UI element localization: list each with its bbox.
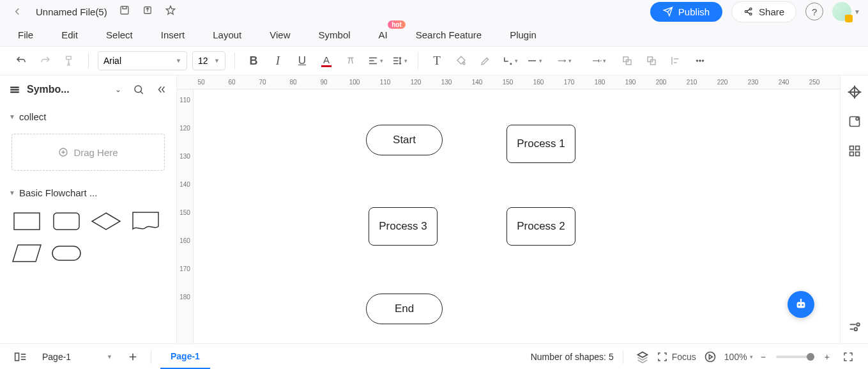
page-selector[interactable]: Page-1▼ [42,352,112,362]
more-button[interactable] [690,51,710,70]
theme-button[interactable] [847,84,862,100]
font-color-button[interactable]: A [317,51,336,70]
svg-rect-12 [10,87,19,88]
layers-button[interactable] [636,350,649,363]
clear-format-button[interactable] [341,51,360,70]
undo-button[interactable] [11,51,31,70]
format-painter-button[interactable] [60,51,79,70]
font-size-selector[interactable]: 12▼ [192,51,225,70]
svg-point-25 [856,118,858,120]
arrow-style-button[interactable]: ▾ [549,51,579,70]
shape-p3[interactable]: Process 3 [369,207,438,246]
properties-button[interactable] [847,114,862,129]
search-icon[interactable] [133,84,144,95]
avatar-caret-icon[interactable]: ▼ [854,8,860,15]
shape-rect[interactable] [11,210,42,233]
svg-point-33 [705,352,715,361]
shape-diamond[interactable] [91,210,121,233]
back-button[interactable] [8,2,27,21]
focus-button[interactable]: Focus [657,351,696,363]
help-button[interactable]: ? [805,3,823,20]
shape-document[interactable] [130,210,161,233]
settings-toggle-button[interactable] [847,319,862,334]
grid-button[interactable] [847,143,862,159]
zoom-value[interactable]: 100%▾ [724,352,753,362]
zoom-out-button[interactable]: − [761,352,766,362]
share-button[interactable]: Share [731,1,796,22]
shape-terminator[interactable] [51,242,82,265]
shapes-count: Number of shapes: 5 [531,352,614,362]
line-color-button[interactable] [476,51,495,70]
star-icon[interactable] [165,4,176,19]
svg-point-11 [702,60,704,62]
align-objects-button[interactable] [666,51,685,70]
accordion-collect[interactable]: ▼collect [9,106,167,127]
panel-expand-icon[interactable]: ⌄ [115,85,121,94]
bold-button[interactable]: B [244,51,263,70]
svg-point-30 [857,323,860,326]
shape-end[interactable]: End [366,294,443,324]
drag-here-zone[interactable]: Drag Here [11,134,165,171]
text-tool-button[interactable]: T [427,51,446,70]
canvas[interactable]: StartProcess 1Process 3Process 2End [194,90,840,343]
menu-edit[interactable]: Edit [61,29,78,40]
publish-button[interactable]: Publish [650,2,722,22]
robot-icon [794,297,808,311]
shape-p1[interactable]: Process 1 [506,125,575,163]
underline-button[interactable]: U [293,51,312,70]
svg-point-9 [696,60,698,62]
svg-point-21 [798,304,800,306]
shape-parallelogram[interactable] [11,242,42,265]
menu-file[interactable]: File [18,29,33,40]
tab-page-1[interactable]: Page-1 [160,344,210,369]
horizontal-ruler: 5060708090100110120130140150160170180190… [177,75,840,90]
font-selector[interactable]: Arial▼ [98,51,187,70]
export-icon[interactable] [142,4,153,19]
hot-badge: hot [388,20,406,29]
bring-front-button[interactable] [618,51,637,70]
avatar[interactable] [832,2,851,21]
send-back-button[interactable] [642,51,661,70]
shape-start[interactable]: Start [366,125,443,155]
filename[interactable]: Unnamed File(5) [36,6,107,17]
menu-ai[interactable]: AIhot [379,29,388,40]
collapse-panel-icon[interactable] [156,84,167,95]
presentation-button[interactable] [704,350,717,363]
svg-rect-14 [10,91,19,93]
zoom-in-button[interactable]: + [825,352,830,362]
svg-rect-29 [855,152,859,156]
menu-insert[interactable]: Insert [161,29,185,40]
svg-point-23 [800,299,802,301]
menu-view[interactable]: View [270,29,290,40]
italic-button[interactable]: I [268,51,287,70]
svg-rect-20 [797,302,805,308]
accordion-basic-flowchart[interactable]: ▼Basic Flowchart ... [9,182,167,203]
add-page-button[interactable] [128,352,138,362]
connector-button[interactable]: ▾ [500,51,519,70]
chat-assistant-button[interactable] [788,291,814,318]
svg-rect-27 [855,146,859,150]
zoom-slider[interactable] [776,356,814,358]
shape-rounded-rect[interactable] [51,210,82,233]
line-end-button[interactable]: ▾ [584,51,613,70]
shape-p2[interactable]: Process 2 [506,207,575,246]
svg-rect-32 [15,353,19,361]
line-style-button[interactable]: ▾ [524,51,544,70]
svg-rect-26 [849,146,853,150]
share-icon [743,6,754,17]
svg-rect-13 [10,89,19,90]
align-button[interactable]: ▾ [365,51,385,70]
page-list-button[interactable] [14,352,27,362]
save-icon[interactable] [119,4,130,19]
menu-search-feature[interactable]: Search Feature [416,29,482,40]
line-spacing-button[interactable]: ▾ [390,51,409,70]
menu-select[interactable]: Select [106,29,133,40]
menu-symbol[interactable]: Symbol [319,29,351,40]
svg-rect-18 [54,213,79,230]
fullscreen-button[interactable] [842,351,854,363]
svg-point-31 [854,327,857,331]
menu-plugin[interactable]: Plugin [510,29,537,40]
fill-button[interactable] [452,51,471,70]
redo-button[interactable] [36,51,55,70]
menu-layout[interactable]: Layout [213,29,241,40]
